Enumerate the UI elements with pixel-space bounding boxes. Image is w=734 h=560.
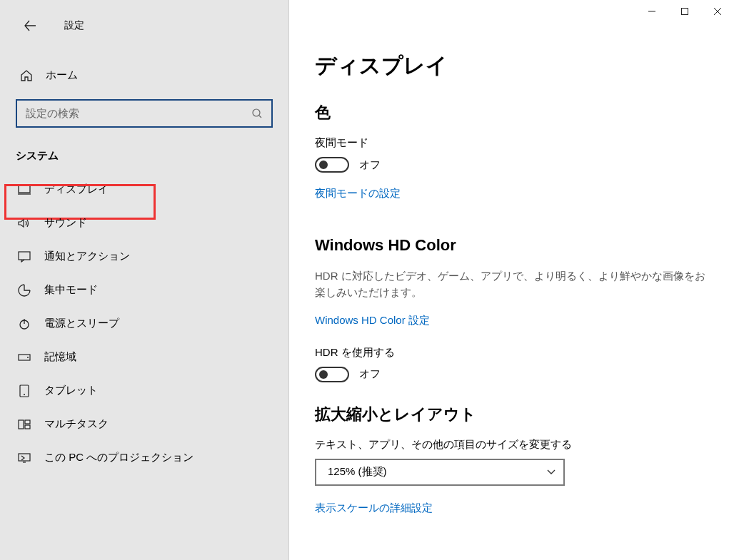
back-button[interactable] xyxy=(16,11,44,40)
nav-home[interactable]: ホーム xyxy=(0,61,288,89)
svg-line-1 xyxy=(259,116,261,118)
sidebar-item-label: 記憶域 xyxy=(44,350,76,364)
sidebar-item-label: 集中モード xyxy=(44,283,98,297)
search-input[interactable]: 設定の検索 xyxy=(16,99,273,128)
maximize-icon xyxy=(680,7,689,16)
sidebar-item-label: この PC へのプロジェクション xyxy=(44,451,193,464)
svg-point-0 xyxy=(253,109,260,116)
minimize-button[interactable] xyxy=(635,0,668,23)
focus-icon xyxy=(17,284,31,297)
multitask-icon xyxy=(17,419,31,429)
projection-icon xyxy=(17,453,31,463)
sidebar-item-label: 電源とスリープ xyxy=(44,317,119,330)
night-mode-state: オフ xyxy=(359,158,381,172)
use-hdr-toggle[interactable] xyxy=(315,367,349,382)
svg-rect-2 xyxy=(19,185,30,193)
sound-icon xyxy=(17,218,31,228)
sidebar-item-label: 通知とアクション xyxy=(44,250,130,263)
sidebar-item-multitask[interactable]: マルチタスク xyxy=(0,407,288,441)
sidebar-item-tablet[interactable]: タブレット xyxy=(0,374,288,407)
sidebar-item-label: マルチタスク xyxy=(44,417,109,431)
sidebar-item-label: サウンド xyxy=(44,216,87,230)
search-placeholder: 設定の検索 xyxy=(17,107,243,121)
display-icon xyxy=(17,185,31,195)
sidebar-item-display[interactable]: ディスプレイ xyxy=(0,173,288,206)
notification-icon xyxy=(17,251,31,263)
sidebar-item-power[interactable]: 電源とスリープ xyxy=(0,307,288,340)
toggle-knob-icon xyxy=(319,161,328,169)
minimize-icon xyxy=(648,7,656,16)
sidebar-item-focus[interactable]: 集中モード xyxy=(0,273,288,307)
toggle-knob-icon xyxy=(319,370,328,379)
svg-rect-16 xyxy=(682,9,688,15)
night-mode-label: 夜間モード xyxy=(315,136,708,150)
advanced-scale-link[interactable]: 表示スケールの詳細設定 xyxy=(315,502,433,515)
svg-rect-11 xyxy=(19,420,24,429)
sidebar-item-label: ディスプレイ xyxy=(44,183,109,196)
scale-dropdown-value: 125% (推奨) xyxy=(328,465,387,479)
svg-rect-12 xyxy=(25,420,30,424)
use-hdr-label: HDR を使用する xyxy=(315,346,708,360)
section-hdcolor: Windows HD Color xyxy=(315,236,708,255)
svg-rect-13 xyxy=(25,425,30,429)
close-button[interactable] xyxy=(701,0,734,23)
svg-rect-4 xyxy=(19,252,30,260)
sidebar-item-storage[interactable]: 記憶域 xyxy=(0,340,288,374)
close-icon xyxy=(713,7,722,16)
resize-label: テキスト、アプリ、その他の項目のサイズを変更する xyxy=(315,438,708,452)
power-icon xyxy=(17,318,31,330)
svg-point-10 xyxy=(24,394,25,395)
maximize-button[interactable] xyxy=(668,0,701,23)
scale-dropdown[interactable]: 125% (推奨) xyxy=(315,459,565,486)
svg-point-8 xyxy=(27,357,29,358)
sidebar-item-sound[interactable]: サウンド xyxy=(0,206,288,240)
storage-icon xyxy=(17,354,31,361)
sidebar-item-projection[interactable]: この PC へのプロジェクション xyxy=(0,441,288,474)
use-hdr-state: オフ xyxy=(359,367,381,381)
hdcolor-link[interactable]: Windows HD Color 設定 xyxy=(315,314,430,327)
night-mode-settings-link[interactable]: 夜間モードの設定 xyxy=(315,187,401,200)
section-scale: 拡大縮小とレイアウト xyxy=(315,404,708,425)
home-label: ホーム xyxy=(46,68,78,82)
page-title: ディスプレイ xyxy=(315,51,708,81)
section-color: 色 xyxy=(315,102,708,123)
hdcolor-desc: HDR に対応したビデオ、ゲーム、アプリで、より明るく、より鮮やかな画像をお楽し… xyxy=(315,268,708,301)
sidebar-section: システム xyxy=(16,149,288,163)
home-icon xyxy=(20,69,33,82)
search-icon xyxy=(243,108,271,119)
night-mode-toggle[interactable] xyxy=(315,157,349,173)
window-title: 設定 xyxy=(64,19,84,32)
tablet-icon xyxy=(17,385,31,397)
sidebar-item-label: タブレット xyxy=(44,384,98,397)
svg-rect-14 xyxy=(19,454,30,461)
chevron-down-icon xyxy=(546,469,556,476)
sidebar-item-notifications[interactable]: 通知とアクション xyxy=(0,240,288,273)
arrow-left-icon xyxy=(23,19,37,33)
